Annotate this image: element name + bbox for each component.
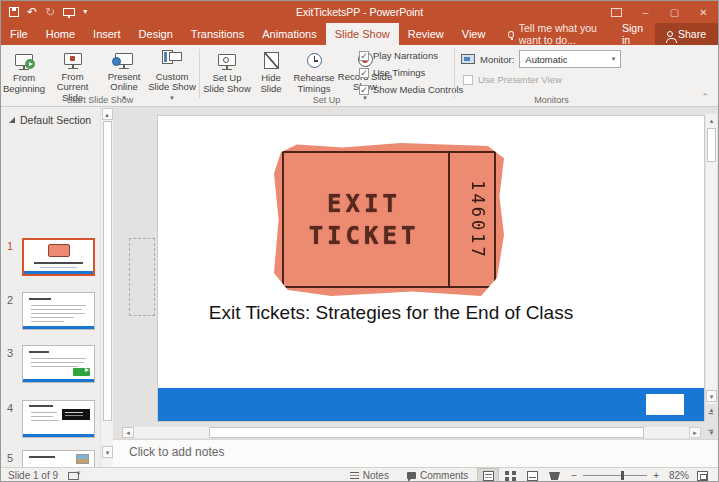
share-button[interactable]: Share [655,23,718,45]
monitor-dropdown[interactable]: Automatic ▾ [519,50,621,68]
use-presenter-view-checkbox[interactable]: Use Presenter View [463,74,562,85]
ribbon-display-options-icon [611,8,622,17]
mini-green-button [73,368,90,376]
scroll-right-icon[interactable]: ▸ [689,427,701,438]
slide-vertical-scrollbar[interactable]: ▴ ▾ [705,113,718,405]
slide-blue-bar [158,388,704,421]
share-label: Share [678,28,706,40]
use-timings-checkbox[interactable]: ✓ Use Timings [359,67,425,78]
ticket-serial-number: 146017 [468,180,488,259]
zoom-slider-thumb[interactable] [621,471,624,480]
play-icon [25,59,35,69]
tab-animations[interactable]: Animations [253,23,325,45]
set-up-slide-show-label: Set Up Slide Show [203,73,251,94]
tab-insert[interactable]: Insert [84,23,130,45]
slide-thumbnail-3[interactable] [22,345,95,383]
slide-thumbnail-5[interactable] [22,450,95,467]
start-slideshow-icon[interactable] [63,8,75,16]
ticket-word-exit: EXIT [327,190,401,218]
slide-number: 5 [7,452,13,464]
zoom-level[interactable]: 82% [665,470,693,481]
zoom-slider[interactable] [583,475,647,476]
section-header[interactable]: Default Section [1,107,100,126]
notes-pane[interactable]: Click to add notes [113,439,719,467]
play-narrations-checkbox[interactable]: ✓ Play Narrations [359,50,438,61]
fit-slide-to-window-icon[interactable] [697,471,708,481]
ribbon-display-options-button[interactable] [602,1,631,23]
zoom-in-button[interactable]: + [653,470,659,481]
tab-view[interactable]: View [453,23,495,45]
slideshow-screen-icon [15,54,33,66]
tab-slide-show[interactable]: Slide Show [326,23,399,45]
show-media-controls-label: Show Media Controls [373,84,463,95]
hide-slide-icon [264,52,279,69]
qat-customize-icon[interactable]: ▾ [83,1,87,23]
scroll-down-icon[interactable]: ▾ [706,390,717,402]
redo-icon[interactable]: ↻ [45,1,55,23]
scroll-up-icon[interactable]: ▴ [706,115,717,127]
previous-slide-button[interactable]: ▲▔ [709,407,715,420]
ribbon-tab-row: File Home Insert Design Transitions Anim… [1,23,718,45]
reading-view-icon [527,471,538,481]
person-icon [667,31,673,37]
slide-title-text[interactable]: Exit Tickets: Strategies for the End of … [158,302,624,324]
scrollbar-thumb[interactable] [103,121,112,421]
group-label-set-up: Set Up [199,95,454,105]
tell-me-box[interactable]: Tell me what you want to do... [508,23,610,45]
thumbnail-panel-scrollbar[interactable]: ▴ ▾ [100,107,113,467]
ribbon: From Beginning From Current Slide Presen… [1,45,718,107]
checkbox-unchecked-icon [463,75,473,85]
use-timings-label: Use Timings [373,67,425,78]
slideshow-screen-icon [64,53,82,65]
scrollbar-thumb[interactable] [707,128,716,162]
monitor-label: Monitor: [480,54,514,65]
scroll-down-icon[interactable]: ▾ [102,446,113,458]
slide-thumbnail-1[interactable] [22,238,95,276]
monitor-dropdown-value: Automatic [525,54,567,65]
hide-slide-label: Hide Slide [253,73,289,94]
tab-home[interactable]: Home [37,23,84,45]
show-media-controls-checkbox[interactable]: ✓ Show Media Controls [359,84,463,95]
tab-transitions[interactable]: Transitions [182,23,253,45]
scroll-left-icon[interactable]: ◂ [122,427,134,438]
gear-icon [223,57,229,63]
display-settings-icon[interactable] [68,472,79,480]
close-button[interactable]: ✕ [689,1,718,23]
save-icon[interactable] [9,7,19,17]
exit-ticket-image[interactable]: EXIT TICKET 146017 [274,143,504,296]
minimize-button[interactable]: – [631,1,660,23]
clock-icon [307,53,322,68]
slide-white-box [646,394,684,415]
maximize-button[interactable]: ▢ [660,1,689,23]
slide-show-view-button[interactable] [543,468,565,482]
tell-me-label: Tell me what you want to do... [519,22,610,46]
group-label-monitors: Monitors [454,95,649,105]
scroll-up-icon[interactable]: ▴ [102,108,113,120]
scrollbar-thumb[interactable] [209,427,644,438]
sign-in-button[interactable]: Sign in [610,23,655,45]
tab-file[interactable]: File [1,23,37,45]
slide-thumbnail-2[interactable] [22,292,95,330]
section-label: Default Section [20,114,91,126]
use-presenter-view-label: Use Presenter View [478,74,562,85]
normal-view-button[interactable] [477,468,499,482]
globe-icon [112,57,121,66]
reading-view-button[interactable] [521,468,543,482]
undo-icon[interactable]: ↶ [27,1,37,23]
play-narrations-label: Play Narrations [373,50,438,61]
collapse-ribbon-icon[interactable]: ⌃ [701,92,709,102]
slide-counter: Slide 1 of 9 [8,470,58,481]
slide-horizontal-scrollbar[interactable]: ◂ ▸ [121,426,702,439]
next-slide-button[interactable]: ▁▼ [709,423,715,436]
slide-number: 1 [7,240,13,252]
tab-review[interactable]: Review [399,23,453,45]
zoom-out-button[interactable]: − [571,470,577,481]
comments-toggle-label: Comments [420,470,468,481]
slide-sorter-view-button[interactable] [499,468,521,482]
notes-toggle-button[interactable]: Notes [341,468,398,482]
tab-design[interactable]: Design [130,23,182,45]
slide-thumbnail-4[interactable] [22,400,95,438]
comments-icon [407,472,416,479]
comments-toggle-button[interactable]: Comments [398,468,477,482]
slide-canvas[interactable]: EXIT TICKET 146017 Exit Tickets: Strateg… [158,116,704,421]
